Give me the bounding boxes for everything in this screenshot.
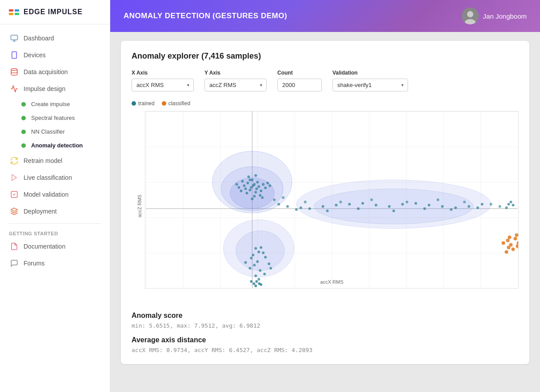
chart-svg — [145, 111, 518, 288]
svg-point-52 — [300, 206, 302, 209]
main-content: ANOMALY DETECTION (GESTURES DEMO) Jan Jo… — [110, 0, 540, 392]
svg-point-36 — [241, 180, 244, 182]
user-area: Jan Jongboom — [462, 8, 527, 24]
svg-point-39 — [245, 192, 248, 194]
svg-point-48 — [268, 184, 271, 187]
sidebar-item-data-acquisition[interactable]: Data acquisition — [0, 63, 110, 80]
legend-trained-label: trained — [138, 100, 155, 107]
y-axis-group: Y Axis accZ RMS accX RMS accY RMS — [204, 70, 267, 91]
svg-point-121 — [508, 236, 512, 239]
page-title: ANOMALY DETECTION (GESTURES DEMO) — [124, 12, 287, 20]
sidebar-item-deployment[interactable]: Deployment — [0, 203, 110, 220]
sidebar-item-forums[interactable]: Forums — [0, 255, 110, 272]
svg-point-99 — [268, 262, 270, 265]
svg-point-44 — [240, 190, 243, 192]
sidebar-item-live[interactable]: Live classification — [0, 169, 110, 186]
sidebar-sub-create-impulse[interactable]: Create impulse — [0, 97, 110, 111]
svg-point-96 — [264, 256, 267, 258]
sidebar-item-devices[interactable]: Devices — [0, 47, 110, 63]
svg-rect-3 — [12, 52, 17, 59]
svg-point-49 — [236, 183, 238, 186]
svg-point-92 — [250, 257, 252, 259]
divider — [9, 223, 101, 224]
x-axis-select[interactable]: accX RMS accY RMS accZ RMS — [132, 79, 194, 91]
chart-legend: trained classified — [132, 100, 519, 107]
sidebar-item-validation[interactable]: Model validation — [0, 186, 110, 203]
sidebar-item-label: Dashboard — [24, 35, 54, 42]
anomaly-explorer-card: Anomaly explorer (7,416 samples) X Axis … — [121, 41, 529, 364]
svg-point-86 — [505, 206, 508, 209]
sidebar-item-dashboard[interactable]: Dashboard — [0, 30, 110, 47]
sidebar-item-label: Model validation — [24, 191, 68, 198]
svg-point-119 — [505, 250, 508, 253]
svg-point-111 — [502, 242, 505, 245]
count-label: Count — [277, 70, 322, 76]
svg-point-88 — [254, 247, 257, 249]
svg-point-109 — [260, 283, 262, 286]
sub-item-label: NN Classifier — [31, 128, 65, 135]
svg-point-117 — [511, 247, 515, 251]
svg-point-81 — [463, 201, 466, 203]
svg-point-74 — [273, 198, 276, 201]
sidebar-sub-anomaly-detection[interactable]: Anomaly detection — [0, 139, 110, 152]
svg-point-85 — [509, 201, 512, 203]
sidebar: EDGE IMPULSE Dashboard Devices Data acqu… — [0, 0, 110, 392]
section-label: GETTING STARTED — [0, 227, 110, 238]
sidebar-item-retrain[interactable]: Retrain model — [0, 152, 110, 169]
svg-point-84 — [508, 203, 510, 206]
svg-point-79 — [406, 201, 408, 203]
svg-point-37 — [264, 186, 267, 189]
svg-point-76 — [304, 201, 307, 203]
svg-point-41 — [238, 186, 240, 189]
sidebar-item-label: Documentation — [24, 243, 65, 250]
svg-point-31 — [260, 190, 262, 192]
svg-point-46 — [247, 175, 250, 178]
legend-classified-label: classified — [168, 100, 190, 107]
svg-point-108 — [254, 285, 257, 287]
svg-point-90 — [252, 253, 254, 256]
validation-icon — [10, 190, 18, 198]
content-area: Anomaly explorer (7,416 samples) X Axis … — [110, 32, 540, 392]
svg-point-77 — [339, 201, 342, 203]
sidebar-item-documentation[interactable]: Documentation — [0, 238, 110, 255]
svg-point-62 — [428, 204, 430, 206]
sub-item-label: Anomaly detection — [31, 142, 83, 149]
sidebar-item-label: Impulse design — [24, 85, 65, 92]
svg-point-20 — [236, 231, 284, 271]
svg-point-78 — [370, 198, 373, 201]
svg-point-56 — [348, 203, 351, 206]
svg-point-114 — [513, 237, 517, 241]
logo-icon — [9, 9, 19, 15]
svg-point-97 — [248, 267, 251, 269]
y-axis-select[interactable]: accZ RMS accX RMS accY RMS — [204, 79, 267, 91]
anomaly-score-stats: min: 5.6515, max: 7.9512, avg: 6.9812 — [132, 322, 519, 329]
svg-point-34 — [248, 178, 251, 181]
svg-point-29 — [254, 191, 257, 194]
validation-select[interactable]: shake-verify1 shake-verify2 idle-verify1 — [332, 79, 408, 91]
logo-text: EDGE IMPULSE — [24, 8, 83, 16]
svg-point-58 — [375, 204, 377, 206]
svg-point-53 — [308, 207, 311, 210]
sidebar-sub-spectral-features[interactable]: Spectral features — [0, 111, 110, 125]
svg-point-27 — [246, 182, 249, 184]
svg-point-110 — [250, 280, 252, 283]
card-title: Anomaly explorer (7,416 samples) — [132, 51, 519, 61]
svg-point-98 — [259, 269, 261, 272]
sidebar-item-label: Retrain model — [24, 157, 62, 164]
svg-point-61 — [415, 202, 417, 205]
sidebar-sub-nn-classifier[interactable]: NN Classifier — [0, 125, 110, 139]
svg-point-102 — [254, 274, 257, 277]
svg-point-38 — [256, 181, 259, 183]
svg-point-5 — [11, 69, 17, 71]
sidebar-item-impulse-design[interactable]: Impulse design — [0, 80, 110, 97]
dot-icon — [21, 116, 26, 120]
sidebar-nav: Dashboard Devices Data acquisition Impul… — [0, 24, 110, 392]
svg-point-9 — [467, 11, 473, 17]
count-input[interactable] — [277, 79, 322, 91]
dot-icon — [21, 102, 26, 107]
svg-point-73 — [476, 206, 479, 209]
svg-point-45 — [261, 196, 264, 199]
svg-point-70 — [392, 210, 395, 212]
scatter-chart: accX RMS — [145, 111, 519, 289]
trained-dot — [132, 101, 136, 106]
